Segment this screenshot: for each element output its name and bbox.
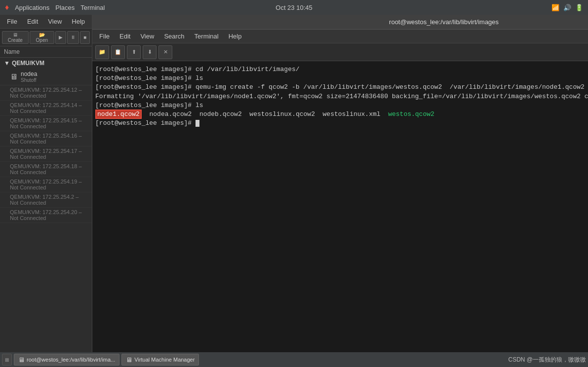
taskbar-terminal-label: root@westos_lee:/var/lib/libvirt/ima... — [27, 357, 115, 363]
show-desktop-button[interactable]: ⊞ — [2, 354, 12, 366]
taskbar-vmm-label: Virtual Machine Manager — [134, 357, 195, 363]
volume-icon: 🔊 — [563, 4, 571, 11]
taskbar-vmm-item[interactable]: 🖥 Virtual Machine Manager — [121, 354, 199, 366]
vm-icon: 🖥 — [10, 73, 18, 81]
terminal-files: nodea.qcow2 nodeb.qcow2 westoslinux.qcow… — [142, 110, 388, 118]
wifi-icon: 📶 — [551, 4, 559, 11]
connection-item-5[interactable]: QEMU/KVM: 172.25.254.17 – Not Connected — [0, 147, 92, 162]
terminal-toolbar: 📁 📋 ⬆ ⬇ ✕ — [92, 43, 588, 61]
taskbar-right: CSDN @一孤独的狼，嗷嗷嗷 — [508, 356, 586, 364]
vmm-vm-nodea[interactable]: 🖥 nodea Shutoff — [0, 69, 92, 85]
terminal-title: root@westos_lee:/var/lib/libvirt/images — [389, 18, 499, 26]
terminal-content[interactable]: [root@westos_lee images]# cd /var/lib/li… — [92, 61, 588, 352]
vmm-run-button[interactable]: ▶ — [55, 31, 66, 44]
toolbar-down-button[interactable]: ⬇ — [143, 45, 157, 59]
vm-info: nodea Shutoff — [21, 71, 37, 83]
menu-help[interactable]: Help — [225, 32, 246, 41]
vm-status: Shutoff — [21, 77, 37, 83]
vmm-group-label: QEMU/KVM — [12, 60, 44, 67]
connection-item-4[interactable]: QEMU/KVM: 172.25.254.16 – Not Connected — [0, 131, 92, 147]
vmm-menu-view[interactable]: View — [44, 17, 66, 26]
vm-name: nodea — [21, 71, 37, 77]
vmm-name-column-header: Name — [0, 46, 92, 58]
vmm-panel: File Edit View Help 🖥 Create 📂 Open ▶ ⏸ … — [0, 15, 92, 352]
terminal-prompt: [root@westos_lee images]# — [95, 119, 196, 127]
menu-terminal[interactable]: Terminal — [191, 32, 223, 41]
vmm-create-button[interactable]: 🖥 Create — [2, 31, 29, 44]
connection-item-9[interactable]: QEMU/KVM: 172.25.254.20 – Not Connected — [0, 208, 92, 223]
places-menu[interactable]: Places — [55, 4, 75, 11]
taskbar-terminal-item[interactable]: 🖥 root@westos_lee:/var/lib/libvirt/ima..… — [14, 354, 119, 366]
battery-icon: 🔋 — [575, 4, 583, 11]
terminal-menu[interactable]: Terminal — [80, 4, 105, 11]
taskbar-terminal-icon: 🖥 — [18, 356, 25, 364]
toolbar-close-button[interactable]: ✕ — [158, 45, 172, 59]
menu-file[interactable]: File — [95, 32, 114, 41]
toolbar-copy-button[interactable]: 📋 — [111, 45, 125, 59]
taskbar-vmm-icon: 🖥 — [126, 356, 132, 364]
terminal-menubar: File Edit View Search Terminal Help — [92, 30, 588, 43]
connection-item-1[interactable]: QEMU/KVM: 172.25.254.12 – Not Connected — [0, 85, 92, 101]
vmm-menu-file[interactable]: File — [3, 17, 21, 26]
toolbar-up-button[interactable]: ⬆ — [127, 45, 141, 59]
system-datetime: Oct 23 10:45 — [275, 4, 312, 11]
connection-item-7[interactable]: QEMU/KVM: 172.25.254.19 – Not Connected — [0, 177, 92, 192]
connection-item-3[interactable]: QEMU/KVM: 172.25.254.15 – Not Connected — [0, 116, 92, 131]
vmm-menubar: File Edit View Help — [0, 15, 92, 29]
vmm-menu-help[interactable]: Help — [68, 17, 89, 26]
system-bar-right: 📶 🔊 🔋 — [551, 4, 583, 11]
menu-view[interactable]: View — [136, 32, 158, 41]
vmm-pause-button[interactable]: ⏸ — [67, 31, 79, 44]
terminal-window: root@westos_lee:/var/lib/libvirt/images … — [92, 15, 588, 352]
connection-item-6[interactable]: QEMU/KVM: 172.25.254.18 – Not Connected — [0, 162, 92, 177]
menu-search[interactable]: Search — [160, 32, 188, 41]
vmm-group-qemukvm[interactable]: ▼ QEMU/KVM — [0, 58, 92, 69]
vmm-stop-button[interactable]: ■ — [80, 31, 90, 44]
vmm-list: ▼ QEMU/KVM 🖥 nodea Shutoff QEMU/KVM: 172… — [0, 58, 92, 352]
toolbar-open-button[interactable]: 📁 — [95, 45, 109, 59]
terminal-cursor — [196, 120, 199, 127]
taskbar: ⊞ 🖥 root@westos_lee:/var/lib/libvirt/ima… — [0, 352, 588, 367]
vmm-open-button[interactable]: 📂 Open — [30, 31, 54, 44]
terminal-titlebar: root@westos_lee:/var/lib/libvirt/images … — [92, 15, 588, 30]
highlighted-file-westos: westos.qcow2 — [388, 110, 434, 118]
highlighted-file-node1: node1.qcow2 — [95, 110, 142, 119]
connection-item-2[interactable]: QEMU/KVM: 172.25.254.14 – Not Connected — [0, 101, 92, 116]
taskbar-watermark: CSDN @一孤独的狼，嗷嗷嗷 — [508, 356, 586, 364]
system-bar-left: ♦ Applications Places Terminal — [5, 3, 105, 12]
chevron-down-icon: ▼ — [4, 60, 10, 67]
connection-item-8[interactable]: QEMU/KVM: 172.25.254.2 – Not Connected — [0, 192, 92, 208]
system-bar: ♦ Applications Places Terminal Oct 23 10… — [0, 0, 588, 15]
vmm-toolbar: 🖥 Create 📂 Open ▶ ⏸ ■ — [0, 29, 92, 46]
vmm-menu-edit[interactable]: Edit — [23, 17, 42, 26]
main-area: File Edit View Help 🖥 Create 📂 Open ▶ ⏸ … — [0, 15, 588, 352]
applications-menu[interactable]: Applications — [15, 4, 49, 11]
menu-edit[interactable]: Edit — [116, 32, 134, 41]
logo-icon: ♦ — [5, 3, 9, 12]
terminal-line-1: [root@westos_lee images]# cd /var/lib/li… — [95, 66, 588, 109]
